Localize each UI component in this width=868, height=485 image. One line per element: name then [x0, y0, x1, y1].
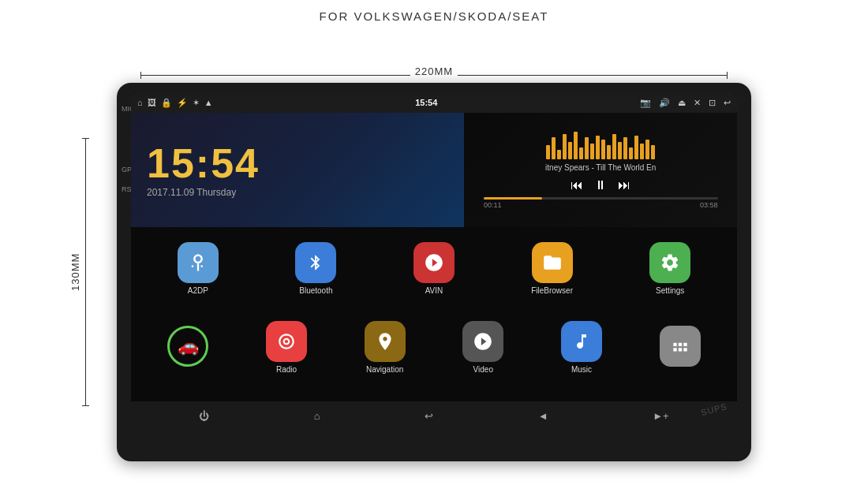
progress-fill: [484, 197, 542, 200]
music-icon: [561, 321, 602, 362]
a2dp-icon: [178, 242, 219, 283]
app-a2dp[interactable]: A2DP: [170, 242, 226, 295]
app-music[interactable]: Music: [554, 321, 609, 374]
home-icon: ⌂: [137, 98, 143, 107]
home-button[interactable]: ⌂: [314, 410, 320, 422]
camera-icon: 📷: [640, 98, 651, 108]
video-icon: [462, 321, 503, 362]
close-nav-icon: ✕: [694, 98, 701, 108]
app-settings[interactable]: Settings: [642, 242, 698, 295]
filebrowser-icon: [532, 242, 573, 283]
status-time: 15:54: [415, 98, 437, 107]
next-button[interactable]: ⏭: [618, 178, 630, 192]
eject-icon: ⏏: [678, 98, 686, 108]
avin-icon: [413, 242, 455, 283]
usb-icon: ⚡: [177, 98, 188, 108]
music-controls[interactable]: ⏮ ⏸ ⏭: [571, 178, 630, 192]
music-progress: 00:11 03:58: [484, 197, 718, 209]
volume-icon: 🔊: [659, 98, 670, 108]
app-navigation[interactable]: Navigation: [357, 321, 413, 374]
nav-icons: 📷 🔊 ⏏ ✕ ⊡ ↩: [640, 98, 731, 108]
avin-label: AVIN: [425, 286, 443, 295]
bluetooth-icon: [295, 242, 336, 283]
app-avin[interactable]: AVIN: [406, 242, 462, 295]
app-filebrowser[interactable]: FileBrowser: [525, 242, 580, 295]
app-video[interactable]: Video: [455, 321, 511, 374]
prev-button[interactable]: ⏮: [571, 178, 583, 192]
screen: ⌂ 🖼 🔒 ⚡ ✶ ▲ 15:54 📷 🔊 ⏏ ✕ ⊡ ↩ 15:54 2017…: [131, 92, 737, 430]
clock-widget: 15:54 2017.11.09 Thursday: [131, 113, 464, 227]
power-button[interactable]: ⏻: [199, 410, 209, 422]
clock-time: 15:54: [147, 143, 260, 184]
wifi-icon: ▲: [204, 98, 213, 107]
vol-down-button[interactable]: ◄: [538, 410, 548, 422]
car-icon: 🚗: [178, 336, 199, 356]
app-row-1: A2DP Bluetooth AVIN: [131, 227, 737, 310]
progress-times: 00:11 03:58: [484, 201, 718, 209]
device-shell: MIC GPS RST ⌂ 🖼 🔒 ⚡ ✶ ▲ 15:54 📷 🔊 ⏏ ✕ ⊡ …: [117, 83, 751, 461]
radio-icon: [266, 321, 307, 362]
music-title: itney Spears - Till The World En: [470, 163, 731, 172]
app-bluetooth[interactable]: Bluetooth: [288, 242, 343, 295]
radio-label: Radio: [276, 365, 297, 374]
time-total: 03:58: [700, 201, 718, 209]
music-label: Music: [571, 365, 592, 374]
back-button[interactable]: ↩: [425, 410, 433, 422]
status-bar: ⌂ 🖼 🔒 ⚡ ✶ ▲ 15:54 📷 🔊 ⏏ ✕ ⊡ ↩: [131, 92, 737, 113]
play-pause-button[interactable]: ⏸: [594, 178, 607, 192]
lock-icon: 🔒: [161, 98, 172, 108]
app-car[interactable]: 🚗: [160, 326, 215, 370]
page-title: FOR VOLKSWAGEN/SKODA/SEAT: [0, 0, 868, 23]
app-radio[interactable]: Radio: [259, 321, 314, 374]
navigation-icon: [365, 321, 406, 362]
bottom-nav-bar: ⏻ ⌂ ↩ ◄ ►+: [131, 401, 737, 430]
app-more[interactable]: [653, 326, 708, 370]
music-bars: [546, 132, 655, 159]
settings-label: Settings: [656, 286, 684, 295]
settings-icon: [649, 242, 690, 283]
app-row-2: 🚗 Radio Navigat: [131, 310, 737, 385]
time-current: 00:11: [484, 201, 502, 209]
car-icon-outer: 🚗: [167, 326, 208, 367]
android-icon: ⊡: [709, 98, 716, 108]
a2dp-label: A2DP: [188, 286, 208, 295]
clock-date: 2017.11.09 Thursday: [147, 187, 236, 198]
image-icon: 🖼: [148, 98, 156, 107]
navigation-label: Navigation: [366, 365, 403, 374]
filebrowser-label: FileBrowser: [531, 286, 573, 295]
bluetooth-label: Bluetooth: [299, 286, 332, 295]
progress-bar: [484, 197, 718, 200]
more-icon: [660, 326, 701, 367]
dimension-label-horizontal: 220MM: [410, 65, 458, 77]
back-icon: ↩: [724, 98, 731, 108]
dimension-line-vertical: [85, 138, 86, 406]
status-left: ⌂ 🖼 🔒 ⚡ ✶ ▲: [137, 98, 213, 108]
bluetooth-status-icon: ✶: [193, 98, 200, 108]
video-label: Video: [473, 365, 493, 374]
vol-up-button[interactable]: ►+: [653, 410, 668, 422]
music-widget: itney Spears - Till The World En ⏮ ⏸ ⏭ 0…: [464, 113, 737, 227]
dimension-label-vertical: 130MM: [69, 138, 81, 406]
